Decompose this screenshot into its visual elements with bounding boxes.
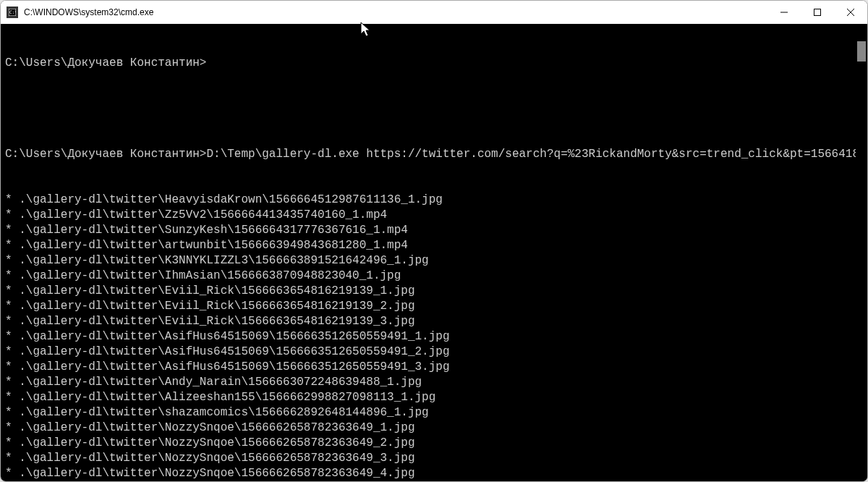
output-line: * .\gallery-dl\twitter\K3NNYKLIZZL3\1566… [5, 253, 863, 269]
prompt-line: C:\Users\Докучаев Константин> [5, 56, 863, 71]
svg-rect-3 [814, 9, 821, 16]
output-line: * .\gallery-dl\twitter\NozzySnqoe\156666… [5, 466, 863, 481]
terminal-output: C:\Users\Докучаев Константин> C:\Users\Д… [1, 24, 867, 481]
cmd-window: C:\ C:\WINDOWS\system32\cmd.exe C:\Users… [0, 0, 868, 482]
close-button[interactable] [834, 1, 867, 24]
output-lines: * .\gallery-dl\twitter\HeavyisdaKrown\15… [5, 193, 863, 481]
scrollbar-thumb[interactable] [857, 41, 866, 62]
output-line: * .\gallery-dl\twitter\AsifHus64515069\1… [5, 344, 863, 360]
output-line: * .\gallery-dl\twitter\Eviil_Rick\156666… [5, 314, 863, 329]
output-line: * .\gallery-dl\twitter\Alizeeshan155\156… [5, 390, 863, 405]
cmd-icon: C:\ [7, 7, 18, 18]
output-line: * .\gallery-dl\twitter\AsifHus64515069\1… [5, 360, 863, 375]
output-line: * .\gallery-dl\twitter\NozzySnqoe\156666… [5, 436, 863, 451]
output-line: * .\gallery-dl\twitter\NozzySnqoe\156666… [5, 451, 863, 466]
output-line: * .\gallery-dl\twitter\artwunbit\1566663… [5, 238, 863, 253]
titlebar[interactable]: C:\ C:\WINDOWS\system32\cmd.exe [1, 1, 867, 24]
svg-text:C:\: C:\ [9, 9, 16, 14]
maximize-button[interactable] [801, 1, 834, 24]
output-line: * .\gallery-dl\twitter\shazamcomics\1566… [5, 405, 863, 420]
output-line: * .\gallery-dl\twitter\IhmAsian\15666638… [5, 269, 863, 284]
vertical-scrollbar[interactable] [856, 24, 867, 481]
output-line: * .\gallery-dl\twitter\SunzyKesh\1566664… [5, 223, 863, 238]
window-title: C:\WINDOWS\system32\cmd.exe [24, 7, 153, 17]
output-line: * .\gallery-dl\twitter\AsifHus64515069\1… [5, 329, 863, 344]
terminal-area[interactable]: C:\Users\Докучаев Константин> C:\Users\Д… [1, 24, 867, 481]
minimize-button[interactable] [767, 1, 801, 24]
output-line: * .\gallery-dl\twitter\HeavyisdaKrown\15… [5, 193, 863, 208]
output-line: * .\gallery-dl\twitter\Andy_Narain\15666… [5, 375, 863, 390]
output-line: * .\gallery-dl\twitter\Eviil_Rick\156666… [5, 299, 863, 314]
output-line: * .\gallery-dl\twitter\Eviil_Rick\156666… [5, 284, 863, 299]
blank-line [5, 101, 863, 117]
output-line: * .\gallery-dl\twitter\NozzySnqoe\156666… [5, 420, 863, 436]
output-line: * .\gallery-dl\twitter\Zz5Vv2\1566664413… [5, 208, 863, 223]
command-line: C:\Users\Докучаев Константин>D:\Temp\gal… [5, 147, 863, 162]
